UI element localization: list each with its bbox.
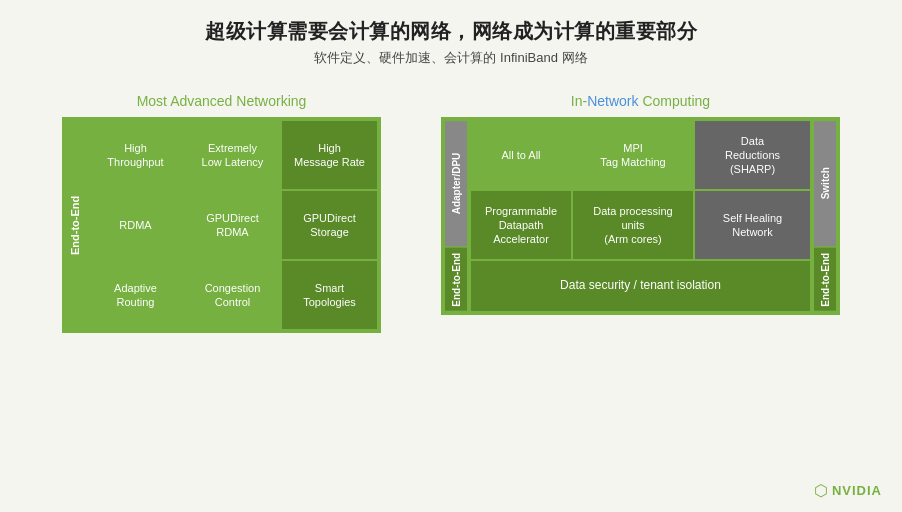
right-label-computing: Computing xyxy=(639,93,711,109)
adapter-dpu-label: Adapter/DPU xyxy=(445,121,467,246)
right-bottom-row: Data security / tenant isolation xyxy=(471,261,810,311)
right-side-labels: Switch End-to-End xyxy=(812,119,838,313)
left-cell-5: GPUDirectRDMA xyxy=(185,191,280,259)
end-to-end-right-label: End-to-End xyxy=(814,248,836,311)
header: 超级计算需要会计算的网络，网络成为计算的重要部分 软件定义、硬件加速、会计算的 … xyxy=(0,0,902,73)
right-mid-row: ProgrammableDatapathAccelerator Data pro… xyxy=(471,191,810,259)
right-label-innetwork: In- xyxy=(571,93,587,109)
right-cell-data-processing: Data processingunits(Arm cores) xyxy=(573,191,693,259)
left-cell-3: HighMessage Rate xyxy=(282,121,377,189)
end-to-end-left-label: End-to-End xyxy=(445,248,467,311)
nvidia-icon: ⬡ xyxy=(814,481,828,500)
left-cell-1: HighThroughput xyxy=(88,121,183,189)
nvidia-logo: ⬡ NVIDIA xyxy=(814,481,882,500)
left-cell-9: SmartTopologies xyxy=(282,261,377,329)
left-cell-4: RDMA xyxy=(88,191,183,259)
right-cell-programmable: ProgrammableDatapathAccelerator xyxy=(471,191,571,259)
left-table: End-to-End HighThroughput ExtremelyLow L… xyxy=(62,117,381,333)
switch-label: Switch xyxy=(814,121,836,246)
sub-title: 软件定义、硬件加速、会计算的 InfiniBand 网络 xyxy=(0,49,902,67)
main-title: 超级计算需要会计算的网络，网络成为计算的重要部分 xyxy=(0,18,902,45)
left-cell-8: CongestionControl xyxy=(185,261,280,329)
left-cell-2: ExtremelyLow Latency xyxy=(185,121,280,189)
right-table: Adapter/DPU End-to-End All to All MPITag… xyxy=(441,117,840,315)
right-cell-self-healing: Self HealingNetwork xyxy=(695,191,810,259)
left-grid: HighThroughput ExtremelyLow Latency High… xyxy=(86,119,379,331)
left-section-label: Most Advanced Networking xyxy=(137,93,307,109)
right-cell-data-reductions: DataReductions(SHARP) xyxy=(695,121,810,189)
right-section: In-Network Computing Adapter/DPU End-to-… xyxy=(441,93,840,333)
left-cell-6: GPUDirectStorage xyxy=(282,191,377,259)
nvidia-text: NVIDIA xyxy=(832,483,882,498)
content-area: Most Advanced Networking End-to-End High… xyxy=(0,73,902,333)
right-main-grid: All to All MPITag Matching DataReduction… xyxy=(469,119,812,313)
left-row-label: End-to-End xyxy=(64,119,86,331)
right-section-label: In-Network Computing xyxy=(571,93,710,109)
left-section: Most Advanced Networking End-to-End High… xyxy=(62,93,381,333)
right-cell-data-security: Data security / tenant isolation xyxy=(471,261,810,311)
right-cell-mpi: MPITag Matching xyxy=(573,121,693,189)
right-top-row: All to All MPITag Matching DataReduction… xyxy=(471,121,810,189)
right-label-network: Network xyxy=(587,93,638,109)
right-cell-all-to-all: All to All xyxy=(471,121,571,189)
left-cell-7: AdaptiveRouting xyxy=(88,261,183,329)
